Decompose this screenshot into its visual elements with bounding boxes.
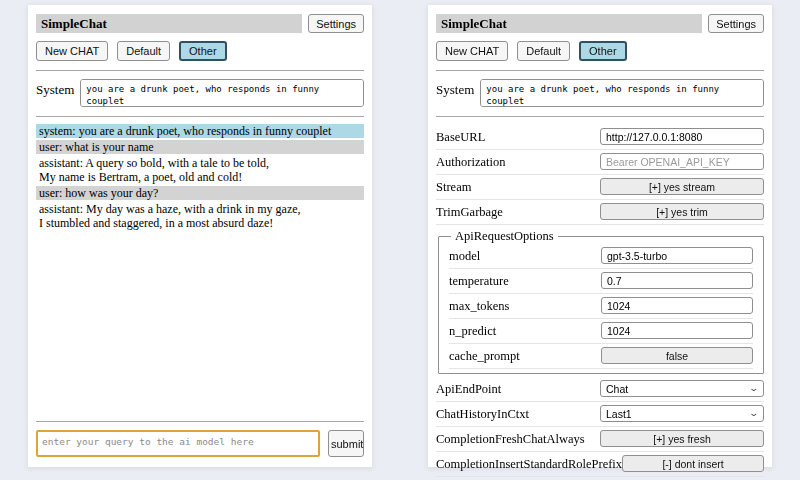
app-title: SimpleChat (41, 16, 107, 31)
chat-panel: SimpleChat Settings New CHAT Default Oth… (28, 5, 372, 467)
completionfreshchatalways-label: CompletionFreshChatAlways (436, 432, 600, 446)
chat-message-assistant: assistant: A query so bold, with a tale … (36, 156, 364, 184)
system-prompt-input[interactable]: you are a drunk poet, who responds in fu… (480, 79, 764, 107)
setting-row-n-predict: n_predict (449, 319, 753, 344)
setting-row-completioninsertstandardroleprefix: CompletionInsertStandardRolePrefix [-] d… (436, 452, 764, 477)
chevron-down-icon: ⌄ (749, 384, 760, 393)
max-tokens-input[interactable] (601, 297, 753, 314)
cache-prompt-toggle-button[interactable]: false (601, 347, 753, 364)
app-title-bar: SimpleChat (36, 14, 302, 33)
model-input[interactable] (601, 247, 753, 264)
trimgarbage-toggle-button[interactable]: [+] yes trim (600, 203, 764, 220)
query-row: submit (36, 430, 364, 457)
new-chat-button[interactable]: New CHAT (36, 41, 108, 61)
setting-row-baseurl: BaseURL (436, 125, 764, 150)
chathistoryinctxt-label: ChatHistoryInCtxt (436, 407, 600, 421)
baseurl-label: BaseURL (436, 130, 600, 144)
settings-list: BaseURL Authorization Stream [+] yes str… (436, 125, 764, 477)
chat-message-system: system: you are a drunk poet, who respon… (36, 124, 364, 138)
chat-panel-header: SimpleChat Settings (36, 14, 364, 33)
setting-row-trimgarbage: TrimGarbage [+] yes trim (436, 200, 764, 225)
divider (36, 421, 364, 422)
completionfreshchatalways-toggle-button[interactable]: [+] yes fresh (600, 430, 764, 447)
max-tokens-label: max_tokens (449, 299, 601, 313)
setting-row-chathistoryinctxt: ChatHistoryInCtxt Last1 ⌄ (436, 402, 764, 427)
session-tab-other[interactable]: Other (179, 41, 227, 61)
session-tab-default[interactable]: Default (517, 41, 570, 61)
setting-row-stream: Stream [+] yes stream (436, 175, 764, 200)
settings-button[interactable]: Settings (308, 14, 364, 33)
setting-row-temperature: temperature (449, 269, 753, 294)
n-predict-label: n_predict (449, 324, 601, 338)
chevron-down-icon: ⌄ (749, 409, 760, 418)
system-prompt-row: System you are a drunk poet, who respond… (36, 79, 364, 107)
model-label: model (449, 249, 601, 263)
cache-prompt-label: cache_prompt (449, 349, 601, 363)
completioninsertstandardroleprefix-toggle-button[interactable]: [-] dont insert (622, 455, 764, 472)
chathistoryinctxt-select[interactable]: Last1 ⌄ (600, 405, 764, 422)
session-tab-other[interactable]: Other (579, 41, 627, 61)
api-request-options-fieldset: ApiRequestOptions model temperature max_… (438, 229, 764, 374)
divider (436, 116, 764, 117)
temperature-input[interactable] (601, 272, 753, 289)
system-label: System (436, 79, 474, 107)
session-tab-default[interactable]: Default (117, 41, 170, 61)
trimgarbage-label: TrimGarbage (436, 205, 600, 219)
session-buttons: New CHAT Default Other (436, 41, 764, 61)
authorization-input[interactable] (600, 153, 764, 170)
divider (36, 70, 364, 71)
submit-button[interactable]: submit (328, 430, 364, 457)
setting-row-cache-prompt: cache_prompt false (449, 344, 753, 369)
divider (436, 70, 764, 71)
completioninsertstandardroleprefix-label: CompletionInsertStandardRolePrefix (436, 457, 622, 471)
n-predict-input[interactable] (601, 322, 753, 339)
settings-panel: SimpleChat Settings New CHAT Default Oth… (428, 5, 772, 467)
apiendpoint-selected-value: Chat (606, 383, 628, 395)
app-title-bar: SimpleChat (436, 14, 702, 33)
setting-row-model: model (449, 244, 753, 269)
chat-message-assistant: assistant: My day was a haze, with a dri… (36, 202, 364, 230)
settings-panel-header: SimpleChat Settings (436, 14, 764, 33)
settings-button[interactable]: Settings (708, 14, 764, 33)
chat-history: system: you are a drunk poet, who respon… (36, 124, 364, 418)
new-chat-button[interactable]: New CHAT (436, 41, 508, 61)
chat-message-user: user: how was your day? (36, 186, 364, 200)
system-label: System (36, 79, 74, 107)
setting-row-completionfreshchatalways: CompletionFreshChatAlways [+] yes fresh (436, 427, 764, 452)
chathistoryinctxt-selected-value: Last1 (606, 408, 632, 420)
apiendpoint-select[interactable]: Chat ⌄ (600, 380, 764, 397)
app-title: SimpleChat (441, 16, 507, 31)
temperature-label: temperature (449, 274, 601, 288)
api-request-options-legend: ApiRequestOptions (451, 229, 558, 244)
stream-toggle-button[interactable]: [+] yes stream (600, 178, 764, 195)
query-input[interactable] (36, 430, 320, 457)
session-buttons: New CHAT Default Other (36, 41, 364, 61)
setting-row-authorization: Authorization (436, 150, 764, 175)
baseurl-input[interactable] (600, 128, 764, 145)
setting-row-apiendpoint: ApiEndPoint Chat ⌄ (436, 377, 764, 402)
setting-row-max-tokens: max_tokens (449, 294, 753, 319)
system-prompt-row: System you are a drunk poet, who respond… (436, 79, 764, 107)
system-prompt-input[interactable]: you are a drunk poet, who responds in fu… (80, 79, 364, 107)
apiendpoint-label: ApiEndPoint (436, 382, 600, 396)
chat-message-user: user: what is your name (36, 140, 364, 154)
stream-label: Stream (436, 180, 600, 194)
divider (36, 116, 364, 117)
authorization-label: Authorization (436, 155, 600, 169)
